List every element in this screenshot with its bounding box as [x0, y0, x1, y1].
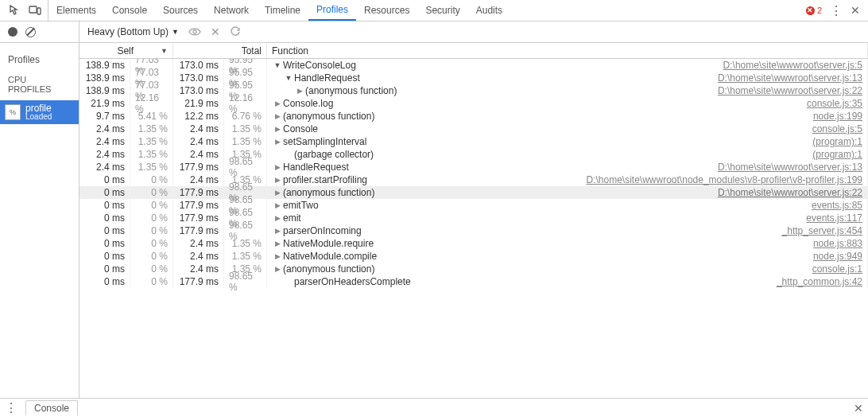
source-link[interactable]: (program):1	[812, 149, 862, 160]
exclude-icon[interactable]: ✕	[211, 25, 220, 38]
tab-timeline[interactable]: Timeline	[257, 0, 308, 21]
tab-elements[interactable]: Elements	[48, 0, 104, 21]
source-link[interactable]: console.js:35	[807, 98, 862, 109]
source-link[interactable]: events.js:85	[812, 200, 862, 211]
cell-total-ms: 177.9 ms	[173, 186, 224, 199]
table-row[interactable]: 0 ms0 %177.9 ms98.65 %parserOnHeadersCom…	[79, 275, 868, 288]
table-row[interactable]: 0 ms0 %2.4 ms1.35 %▶NativeModule.compile…	[79, 250, 868, 263]
table-row[interactable]: 0 ms0 %177.9 ms98.65 %▶emitTwoevents.js:…	[79, 199, 868, 212]
table-row[interactable]: 2.4 ms1.35 %2.4 ms1.35 %(garbage collect…	[79, 148, 868, 161]
profile-item[interactable]: % profile Loaded	[0, 100, 79, 124]
table-row[interactable]: 0 ms0 %177.9 ms98.65 %▶emitevents.js:117	[79, 212, 868, 224]
source-link[interactable]: console.js:1	[812, 263, 862, 275]
source-link[interactable]: _http_common.js:42	[777, 276, 862, 287]
disclosure-closed-icon[interactable]: ▶	[273, 99, 281, 107]
source-link[interactable]: D:\home\site\wwwroot\server.js:5	[723, 60, 862, 71]
table-row[interactable]: 0 ms0 %177.9 ms98.65 %▶(anonymous functi…	[79, 186, 868, 199]
source-link[interactable]: D:\home\site\wwwroot\node_modules\v8-pro…	[587, 174, 863, 185]
cell-self-ms: 0 ms	[79, 263, 130, 275]
tabbar-left-icons	[3, 0, 48, 21]
source-link[interactable]: _http_server.js:454	[782, 225, 862, 236]
source-link[interactable]: D:\home\site\wwwroot\server.js:13	[718, 72, 862, 84]
table-row[interactable]: 2.4 ms1.35 %2.4 ms1.35 %▶Consoleconsole.…	[79, 123, 868, 135]
table-row[interactable]: 2.4 ms1.35 %2.4 ms1.35 %▶setSamplingInte…	[79, 135, 868, 148]
col-self[interactable]: Self ▼	[79, 43, 173, 58]
disclosure-closed-icon[interactable]: ▶	[273, 125, 281, 133]
disclosure-closed-icon[interactable]: ▶	[273, 214, 281, 222]
disclosure-closed-icon[interactable]: ▶	[273, 163, 281, 171]
disclosure-closed-icon[interactable]: ▶	[273, 240, 281, 247]
profiles-sidebar: Profiles CPU PROFILES % profile Loaded	[0, 43, 79, 398]
table-row[interactable]: 138.9 ms77.03 %173.0 ms95.95 %▼WriteCons…	[79, 59, 868, 72]
table-row[interactable]: 9.7 ms5.41 %12.2 ms6.76 %▶(anonymous fun…	[79, 110, 868, 123]
col-function[interactable]: Function	[267, 43, 868, 58]
cell-self-pct: 0 %	[130, 275, 173, 288]
disclosure-open-icon[interactable]: ▼	[273, 61, 281, 69]
tab-security[interactable]: Security	[417, 0, 467, 21]
disclosure-closed-icon[interactable]: ▶	[273, 227, 281, 235]
tab-sources[interactable]: Sources	[155, 0, 206, 21]
cell-function: parserOnHeadersComplete_http_common.js:4…	[267, 275, 868, 288]
cell-total-pct: 1.35 %	[224, 237, 267, 250]
inspect-icon[interactable]	[10, 5, 21, 16]
close-devtools-icon[interactable]: ✕	[851, 4, 860, 17]
table-row[interactable]: 21.9 ms12.16 %21.9 ms12.16 %▶Console.log…	[79, 97, 868, 110]
cell-self-ms: 21.9 ms	[79, 97, 130, 110]
cell-function: ▶NativeModule.compilenode.js:949	[267, 250, 868, 263]
disclosure-closed-icon[interactable]: ▶	[273, 252, 281, 260]
tab-network[interactable]: Network	[206, 0, 257, 21]
disclosure-closed-icon[interactable]: ▶	[273, 176, 281, 184]
disclosure-closed-icon[interactable]: ▶	[273, 265, 281, 273]
disclosure-closed-icon[interactable]: ▶	[273, 201, 281, 209]
source-link[interactable]: D:\home\site\wwwroot\server.js:13	[718, 162, 862, 173]
function-name: (anonymous function)	[305, 85, 397, 96]
table-row[interactable]: 0 ms0 %2.4 ms1.35 %▶profiler.startProfil…	[79, 173, 868, 186]
table-row[interactable]: 138.9 ms77.03 %173.0 ms95.95 %▶(anonymou…	[79, 84, 868, 97]
disclosure-closed-icon[interactable]: ▶	[273, 112, 281, 120]
function-name: WriteConsoleLog	[283, 60, 356, 71]
tab-resources[interactable]: Resources	[356, 0, 417, 21]
cell-self-pct: 1.35 %	[130, 148, 173, 161]
clear-button-icon[interactable]	[25, 27, 36, 37]
view-mode-dropdown[interactable]: Heavy (Bottom Up) ▼	[87, 26, 179, 37]
disclosure-open-icon[interactable]: ▼	[285, 74, 293, 82]
record-button-icon[interactable]	[8, 27, 17, 37]
source-link[interactable]: events.js:117	[806, 212, 862, 224]
drawer-menu-icon[interactable]: ⋮	[5, 400, 17, 415]
cell-total-ms: 177.9 ms	[173, 212, 224, 224]
cell-total-ms: 177.9 ms	[173, 224, 224, 237]
source-link[interactable]: node.js:883	[813, 238, 862, 249]
table-row[interactable]: 0 ms0 %2.4 ms1.35 %▶(anonymous function)…	[79, 263, 868, 275]
tab-audits[interactable]: Audits	[468, 0, 510, 21]
cell-function: ▶NativeModule.requirenode.js:883	[267, 237, 868, 250]
source-link[interactable]: D:\home\site\wwwroot\server.js:22	[718, 187, 862, 198]
tab-profiles[interactable]: Profiles	[308, 0, 356, 21]
source-link[interactable]: (program):1	[812, 136, 862, 147]
drawer-tab-console[interactable]: Console	[25, 400, 78, 415]
disclosure-closed-icon[interactable]: ▶	[273, 189, 281, 197]
refresh-icon[interactable]	[230, 26, 241, 37]
device-toggle-icon[interactable]	[29, 5, 41, 16]
focus-icon[interactable]	[188, 27, 201, 37]
source-link[interactable]: D:\home\site\wwwroot\server.js:22	[718, 85, 862, 96]
source-link[interactable]: node.js:949	[813, 251, 862, 262]
disclosure-closed-icon[interactable]: ▶	[296, 87, 304, 95]
drawer-close-icon[interactable]: ✕	[854, 402, 863, 415]
error-badge[interactable]: ✕ 2	[806, 6, 822, 15]
disclosure-closed-icon[interactable]: ▶	[273, 138, 281, 146]
table-row[interactable]: 138.9 ms77.03 %173.0 ms95.95 %▼HandleReq…	[79, 72, 868, 84]
cell-total-pct: 98.65 %	[224, 161, 267, 173]
source-link[interactable]: node.js:199	[813, 111, 862, 122]
table-body[interactable]: 138.9 ms77.03 %173.0 ms95.95 %▼WriteCons…	[79, 59, 868, 398]
cell-total-ms: 2.4 ms	[173, 123, 224, 135]
tab-console[interactable]: Console	[104, 0, 155, 21]
table-row[interactable]: 2.4 ms1.35 %177.9 ms98.65 %▶HandleReques…	[79, 161, 868, 173]
table-row[interactable]: 0 ms0 %177.9 ms98.65 %▶parserOnIncoming_…	[79, 224, 868, 237]
col-total[interactable]: Total	[173, 43, 267, 58]
kebab-menu-icon[interactable]: ⋮	[830, 3, 843, 18]
function-name: HandleRequest	[294, 72, 360, 84]
source-link[interactable]: console.js:5	[812, 123, 862, 134]
function-name: parserOnHeadersComplete	[294, 276, 411, 287]
table-row[interactable]: 0 ms0 %2.4 ms1.35 %▶NativeModule.require…	[79, 237, 868, 250]
svg-rect-0	[29, 6, 37, 13]
